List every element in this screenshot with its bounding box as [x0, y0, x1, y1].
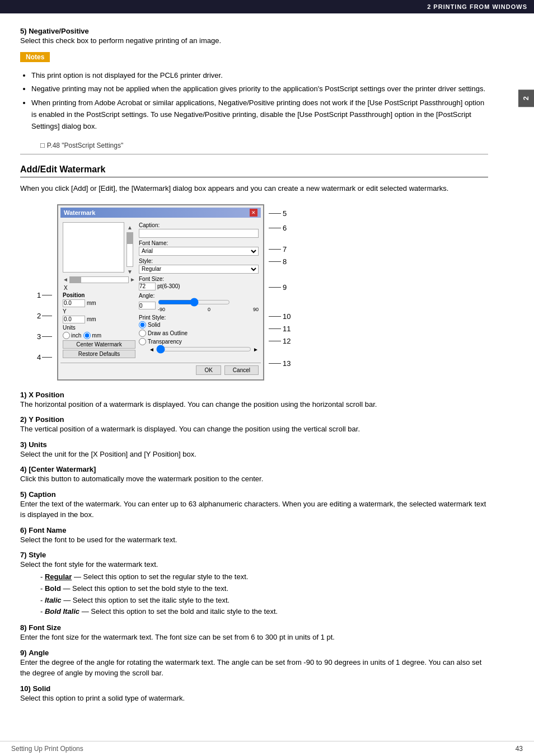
rc-12: 12: [269, 335, 291, 348]
rc-num-8: 8: [283, 257, 287, 266]
dialog-title: Watermark: [64, 209, 95, 216]
center-watermark-button[interactable]: Center Watermark: [63, 340, 135, 349]
dialog-close-button[interactable]: ✕: [250, 209, 257, 217]
rc-5: 5: [269, 208, 291, 220]
style-group: Style: Regular: [139, 258, 259, 274]
draw-outline-radio[interactable]: [139, 330, 146, 337]
lc-num-2: 2: [37, 312, 41, 320]
h-scroll-row: ◄ ►: [63, 276, 135, 283]
desc-3-num: 3): [20, 440, 27, 449]
descriptions-list: 1) X Position The horizontal position of…: [20, 391, 488, 703]
add-edit-watermark-intro: When you click [Add] or [Edit], the [Wat…: [20, 183, 488, 194]
units-options: inch mm: [63, 332, 135, 339]
desc-2: 2) Y Position The vertical position of a…: [20, 415, 488, 435]
angle-max: 90: [253, 307, 259, 312]
style-select[interactable]: Regular: [139, 265, 259, 274]
desc-2-num: 2): [20, 415, 27, 424]
y-label-row: Y: [63, 308, 135, 314]
desc-1-title: X Position: [29, 391, 64, 399]
solid-radio[interactable]: [139, 321, 146, 328]
desc-4: 4) [Center Watermark] Click this button …: [20, 465, 488, 485]
font-name-select[interactable]: Arial: [139, 247, 259, 256]
style-regular: - Regular — Select this option to set th…: [40, 571, 488, 583]
dialog-left-panel: ▲ ▼ ◄ ►: [63, 222, 135, 358]
desc-4-title: [Center Watermark]: [29, 465, 96, 473]
footer-left: Setting Up Print Options: [11, 745, 83, 753]
dialog-preview-area: ▲ ▼: [63, 222, 135, 275]
desc-5-title: Caption: [29, 490, 55, 499]
desc-1-body: The horizontal position of a watermark i…: [20, 399, 488, 410]
main-content: 5) Negative/Positive Select this check b…: [0, 13, 515, 722]
desc-6-title: Font Name: [29, 526, 66, 534]
ref-icon: □: [40, 141, 45, 149]
scrollbar-thumb-v: [127, 233, 133, 244]
y-position-input[interactable]: [63, 316, 85, 323]
angle-labels: -90 0 90: [158, 307, 259, 312]
desc-9-num: 9): [20, 649, 27, 657]
rc-num-10: 10: [283, 312, 291, 321]
desc-6: 6) Font Name Select the font to be used …: [20, 526, 488, 546]
right-callouts: 5 6 7 8 9 10 1: [269, 204, 291, 370]
rc-num-13: 13: [283, 359, 291, 368]
vertical-scrollbar[interactable]: [127, 232, 133, 267]
rc-9: 9: [269, 281, 291, 294]
angle-row: -90 0 90: [139, 299, 259, 312]
font-size-range: pt(6-300): [157, 283, 180, 289]
notes-item-3: When printing from Adobe Acrobat or simi…: [31, 97, 488, 132]
restore-defaults-button[interactable]: Restore Defaults: [63, 350, 135, 358]
x-position-input[interactable]: [63, 299, 85, 307]
rc-num-11: 11: [283, 325, 291, 333]
desc-5-body: Enter the text of the watermark. You can…: [20, 499, 488, 520]
mm-radio[interactable]: [83, 332, 91, 339]
section-5-title: 5) Negative/Positive: [20, 27, 488, 35]
notes-badge: Notes: [20, 52, 50, 62]
rc-6: 6: [269, 222, 291, 234]
mm-radio-label[interactable]: mm: [83, 332, 101, 339]
desc-9-body: Enter the degree of the angle for rotati…: [20, 657, 488, 679]
lc-num-4: 4: [37, 353, 41, 361]
print-style-label: Print Style:: [139, 314, 259, 321]
lc-1: 1: [37, 291, 52, 299]
rc-11: 11: [269, 323, 291, 335]
y-unit: mm: [87, 316, 96, 322]
ref-link-text: P.48 "PostScript Settings": [47, 142, 123, 149]
ok-button[interactable]: OK: [196, 365, 221, 375]
section-5-body: Select this check box to perform negativ…: [20, 35, 488, 46]
lc-4: 4: [37, 353, 52, 361]
angle-zero: 0: [208, 307, 210, 312]
desc-10-title: Solid: [32, 684, 50, 693]
transparency-slider[interactable]: [156, 346, 251, 352]
desc-7-num: 7): [20, 551, 27, 559]
right-arrow: ►: [130, 276, 135, 283]
desc-4-body: Click this button to automatically move …: [20, 473, 488, 485]
notes-item-1: This print option is not displayed for t…: [31, 70, 488, 82]
inch-radio[interactable]: [63, 332, 70, 339]
desc-7-body: Select the font style for the watermark …: [20, 559, 488, 570]
divider: [20, 154, 488, 154]
lc-3: 3: [37, 332, 52, 341]
rc-num-5: 5: [283, 209, 287, 218]
desc-2-title: Y Position: [29, 415, 64, 424]
side-tab: 2: [518, 90, 534, 107]
angle-input[interactable]: [139, 302, 156, 309]
lc-num-1: 1: [37, 291, 41, 299]
desc-3-body: Select the unit for the [X Position] and…: [20, 449, 488, 460]
transp-left: ◄: [149, 346, 154, 353]
angle-slider[interactable]: [158, 299, 230, 305]
desc-2-body: The vertical position of a watermark is …: [20, 424, 488, 435]
caption-input[interactable]: [139, 229, 259, 238]
horizontal-scrollbar[interactable]: [69, 276, 129, 283]
inch-radio-label[interactable]: inch: [63, 332, 81, 339]
transparency-radio[interactable]: [139, 338, 146, 345]
y-indicator: ▲: [127, 224, 133, 231]
scrollbar-thumb-h: [70, 277, 81, 283]
font-size-label: Font Size:: [139, 276, 259, 282]
rc-num-12: 12: [283, 337, 291, 345]
style-bold-italic-label: Bold Italic: [45, 607, 79, 616]
desc-7: 7) Style Select the font style for the w…: [20, 551, 488, 618]
desc-7-title: Style: [29, 551, 46, 559]
cancel-button[interactable]: Cancel: [224, 365, 259, 375]
font-size-input[interactable]: [139, 283, 156, 290]
caption-label: Caption:: [139, 222, 259, 228]
desc-1-num: 1): [20, 391, 27, 399]
